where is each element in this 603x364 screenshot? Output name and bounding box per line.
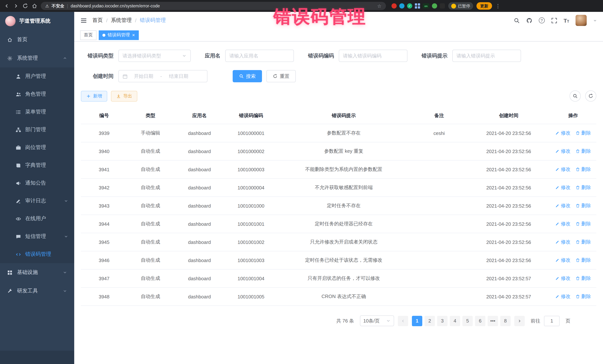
delete-link[interactable]: 删除: [576, 257, 591, 264]
extensions-puzzle-icon[interactable]: [440, 3, 445, 9]
sidebar-item-menu[interactable]: 菜单管理: [0, 103, 74, 121]
refresh-table-button[interactable]: [585, 90, 596, 101]
tab-错误码管理[interactable]: 错误码管理×: [99, 30, 139, 40]
start-date-input[interactable]: [130, 73, 157, 79]
search-icon[interactable]: [513, 17, 520, 23]
error-hint-input[interactable]: [456, 53, 517, 59]
bookmark-star-icon[interactable]: ☆: [377, 3, 382, 9]
edit-link[interactable]: 修改: [555, 148, 570, 154]
cell-remark: [411, 233, 468, 251]
export-button[interactable]: 导出: [111, 91, 137, 101]
sidebar-item-devtools[interactable]: 研发工具: [0, 282, 74, 300]
delete-link[interactable]: 删除: [576, 202, 591, 209]
edit-link[interactable]: 修改: [555, 202, 570, 209]
edit-link[interactable]: 修改: [555, 275, 570, 282]
delete-label: 删除: [581, 148, 591, 154]
edit-link[interactable]: 修改: [555, 166, 570, 173]
browser-home-icon[interactable]: [32, 3, 37, 9]
sidebar-item-notice[interactable]: 通知公告: [0, 174, 74, 192]
next-page-button[interactable]: [514, 316, 525, 326]
sidebar-item-post[interactable]: 岗位管理: [0, 139, 74, 156]
page-button-1[interactable]: 1: [412, 316, 422, 326]
cell-actions: 修改删除: [550, 215, 596, 233]
delete-icon: [576, 258, 580, 263]
error-code-input[interactable]: [343, 53, 403, 59]
cell-actions: 修改删除: [550, 124, 596, 142]
delete-link[interactable]: 删除: [576, 275, 591, 282]
error-type-select[interactable]: 请选择错误码类型: [118, 50, 191, 62]
back-icon[interactable]: [4, 3, 10, 9]
reload-icon[interactable]: [22, 3, 28, 9]
close-icon[interactable]: ×: [132, 33, 135, 37]
page-button-4[interactable]: 4: [450, 316, 460, 326]
sidebar-item-system[interactable]: 系统管理: [0, 49, 74, 67]
toggle-search-button[interactable]: [570, 90, 581, 101]
edit-link[interactable]: 修改: [555, 239, 570, 245]
sidebar-item-sms[interactable]: 短信管理: [0, 228, 74, 245]
sidebar-item-home[interactable]: 首页: [0, 30, 74, 49]
address-bar[interactable]: ⚠ 不安全 | dashboard.yudao.iocoder.cn/syste…: [41, 2, 386, 10]
delete-link[interactable]: 删除: [576, 148, 591, 154]
paused-label: 已暂停: [458, 3, 470, 9]
sidebar-item-online-user[interactable]: 在线用户: [0, 210, 74, 228]
add-button[interactable]: 新增: [81, 91, 107, 101]
delete-link[interactable]: 删除: [576, 293, 591, 300]
sidebar-item-dept[interactable]: 部门管理: [0, 121, 74, 139]
app-name-input[interactable]: [229, 53, 290, 59]
page-button-8[interactable]: 8: [500, 316, 510, 326]
breadcrumb-item[interactable]: 错误码管理: [140, 17, 166, 24]
search-button[interactable]: 搜索: [233, 70, 262, 82]
tab-首页[interactable]: 首页: [80, 30, 96, 40]
prev-page-button[interactable]: [398, 316, 408, 326]
extension-icon-grid[interactable]: [415, 3, 420, 9]
extension-icon-green-check[interactable]: ✓: [407, 3, 412, 9]
sidebar-toggle-icon[interactable]: [80, 17, 87, 24]
edit-link[interactable]: 修改: [555, 293, 570, 300]
delete-link[interactable]: 删除: [576, 166, 591, 173]
edit-link[interactable]: 修改: [555, 221, 570, 227]
delete-link[interactable]: 删除: [576, 239, 591, 245]
page-size-select[interactable]: 10条/页: [360, 315, 394, 326]
extension-icon-on-badge[interactable]: on: [423, 3, 429, 9]
delete-link[interactable]: 删除: [576, 130, 591, 136]
delete-link[interactable]: 删除: [576, 184, 591, 191]
breadcrumb-item[interactable]: 首页: [93, 17, 103, 24]
page-button-2[interactable]: 2: [425, 316, 435, 326]
edit-link[interactable]: 修改: [555, 257, 570, 264]
chevron-down-icon[interactable]: [593, 18, 597, 22]
page-button-3[interactable]: 3: [437, 316, 448, 326]
sidebar-item-dict[interactable]: 字典管理: [0, 156, 74, 174]
sidebar-item-error-code[interactable]: 错误码管理: [0, 245, 74, 263]
sidebar-item-user[interactable]: 用户管理: [0, 67, 74, 85]
font-size-icon[interactable]: TT: [564, 17, 569, 23]
fullscreen-icon[interactable]: [551, 17, 557, 23]
filter-group-code: 错误码编码: [308, 50, 407, 62]
screenshot-stage: 错误码管理 ⚠ 不安全 | dashboard.yudao.iocoder.cn…: [0, 0, 603, 364]
sidebar-item-audit-log[interactable]: 审计日志: [0, 192, 74, 210]
edit-link[interactable]: 修改: [555, 184, 570, 191]
extension-icon-leaf[interactable]: [432, 3, 437, 9]
sidebar-item-role[interactable]: 角色管理: [0, 85, 74, 103]
goto-page-input[interactable]: [544, 316, 560, 326]
goto-label: 前往: [531, 318, 540, 324]
extension-icon-red[interactable]: [392, 3, 397, 9]
avatar[interactable]: [576, 15, 587, 26]
page-ellipsis[interactable]: •••: [487, 316, 498, 326]
edit-link[interactable]: 修改: [555, 130, 570, 136]
help-icon[interactable]: ?: [539, 17, 545, 23]
forward-icon[interactable]: [13, 3, 19, 9]
profile-paused-badge[interactable]: 已暂停: [448, 2, 473, 10]
date-range-picker[interactable]: -: [118, 70, 208, 82]
table-row: 3939手动编辑dashboard1001000001参数配置不存在ceshi2…: [81, 124, 596, 142]
reset-button[interactable]: 重置: [267, 70, 296, 82]
page-button-5[interactable]: 5: [462, 316, 473, 326]
page-button-6[interactable]: 6: [475, 316, 485, 326]
sidebar-item-infra[interactable]: 基础设施: [0, 263, 74, 282]
end-date-input[interactable]: [165, 73, 192, 79]
breadcrumb-item[interactable]: 系统管理: [111, 17, 132, 24]
github-icon[interactable]: [526, 17, 532, 23]
extension-icon-blue[interactable]: [399, 3, 405, 9]
delete-link[interactable]: 删除: [576, 221, 591, 227]
browser-menu-icon[interactable]: ⋮: [495, 3, 500, 9]
browser-update-button[interactable]: 更新: [476, 2, 492, 10]
